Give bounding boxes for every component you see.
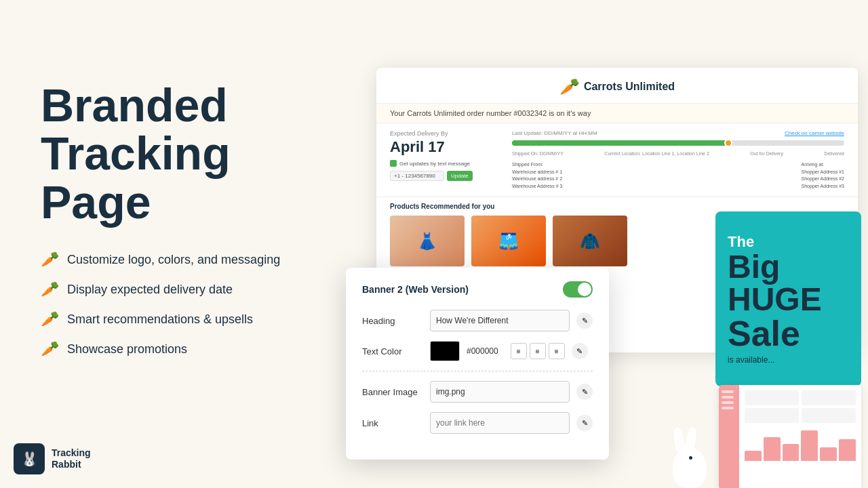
dash-card-4 [802,408,856,423]
progress-label-current: Current Location: Location Line 1, Locat… [604,151,709,156]
carrot-icon-1: 🥕 [41,251,59,268]
address-info: Shipped From: Warehouse address # 1 Ware… [512,161,844,190]
banner-toggle[interactable] [563,281,593,298]
feature-text-2: Display expected delivery date [67,283,233,297]
link-label: Link [362,418,423,428]
dash-card-3 [745,408,799,423]
logo-icon-box: 🐰 [14,443,45,474]
bar-4 [801,430,818,461]
bar-6 [839,439,856,462]
heading-line-2: Tracking Page [41,127,231,227]
ad-huge: HUGE [728,283,849,316]
progress-labels: Shipped On: DD/MM/YY Current Location: L… [512,151,844,156]
warehouse-3: Warehouse Address # 3 [512,183,562,190]
warehouse-2: Warehouse address # 2 [512,176,562,183]
progress-label-out: Out for Delivery [750,151,783,156]
progress-label-delivered: Delivered [824,151,844,156]
feature-list: 🥕 Customize logo, colors, and messaging … [41,251,353,358]
dashboard-mockup [719,385,861,488]
order-message-bar: Your Carrots Unlimited order number #003… [376,104,858,123]
shopper-addr-1: Shopper Address #1 [802,169,844,176]
delivery-right: Last Update: DD/MM/YY at HH:MM Check on … [512,130,844,190]
progress-bar-fill [512,140,728,146]
link-edit-icon[interactable]: ✎ [576,415,593,431]
heading-input[interactable] [430,310,570,331]
dashboard-inner [719,385,861,488]
delivery-date: April 17 [390,138,498,156]
bar-5 [820,447,837,461]
link-input[interactable] [430,412,570,434]
color-swatch[interactable] [430,341,460,361]
ad-big: Big [728,251,849,283]
arriving-at-title: Arriving at: [802,161,844,169]
banner-settings-panel: Banner 2 (Web Version) Heading ✎ Text Co… [346,268,609,460]
last-update-row: Last Update: DD/MM/YY at HH:MM Check on … [512,130,844,136]
products-label: Products Recommended for you [390,203,844,210]
carrot-icon-3: 🥕 [41,310,59,328]
sidebar-dot-2 [722,396,734,399]
sms-label: Get updates by text message [399,161,470,167]
product-thumb-1: 👗 [390,216,465,266]
sidebar-dot-4 [722,407,734,409]
bar-chart [745,427,856,461]
progress-bar [512,140,844,146]
main-heading: Branded Tracking Page [41,81,353,226]
sms-update-row: Get updates by text message [390,160,498,167]
logo-name-line1: Tracking [52,447,91,459]
align-center-btn[interactable]: ≡ [530,343,546,359]
feature-text-4: Showcase promotions [67,342,187,357]
feature-text-1: Customize logo, colors, and messaging [67,253,280,267]
delivery-label: Expected Delivery By [390,130,498,137]
rabbit-decoration [666,420,720,488]
product-thumb-3: 🧥 [553,216,627,266]
feature-item-1: 🥕 Customize logo, colors, and messaging [41,251,353,268]
logo-name-line2: Rabbit [52,459,91,470]
update-button[interactable]: Update [447,171,473,181]
tracking-content: Expected Delivery By April 17 Get update… [376,123,858,197]
bar-2 [764,437,781,461]
order-message-text: Your Carrots Unlimited order number #003… [390,109,591,117]
warehouse-1: Warehouse address # 1 [512,169,562,176]
check-carrier-link[interactable]: Check on carrier website [785,130,844,136]
shopper-addr-3: Shopper Address #3 [802,183,844,190]
text-color-label: Text Color [362,346,423,357]
delivery-left: Expected Delivery By April 17 Get update… [390,130,498,190]
bar-3 [783,444,800,461]
phone-input[interactable]: +1 - 1234567890 [390,171,444,181]
shopper-addr-2: Shopper Address #2 [802,176,844,183]
banner-image-edit-icon[interactable]: ✎ [576,384,593,400]
product-thumb-2: 🩳 [471,216,546,266]
heading-edit-icon[interactable]: ✎ [576,312,593,329]
carrots-logo: 🥕 Carrots Unlimited [559,77,675,96]
dash-card-1 [745,390,799,405]
dashboard-sidebar [719,385,739,488]
dash-row-2 [745,408,856,423]
color-hex-value: #000000 [467,346,498,356]
align-right-btn[interactable]: ≡ [549,343,565,359]
arriving-at: Arriving at: Shopper Address #1 Shopper … [802,161,844,190]
feature-item-3: 🥕 Smart recommendations & upsells [41,310,353,328]
rabbit-body [673,447,707,488]
carrots-logo-text: Carrots Unlimited [584,81,675,93]
progress-dot [724,139,732,147]
carrot-icon-4: 🥕 [41,340,59,358]
color-edit-icon[interactable]: ✎ [572,343,588,359]
feature-text-3: Smart recommendations & upsells [67,312,253,327]
phone-row: +1 - 1234567890 Update [390,171,498,181]
bar-1 [745,451,762,461]
feature-item-2: 🥕 Display expected delivery date [41,281,353,298]
heading-line-1: Branded [41,79,228,131]
progress-label-shipped: Shipped On: DD/MM/YY [512,151,564,156]
tracking-header: 🥕 Carrots Unlimited [376,68,858,104]
align-left-btn[interactable]: ≡ [511,343,527,359]
text-color-row: Text Color #000000 ≡ ≡ ≡ ✎ [362,341,593,361]
dash-card-2 [802,390,856,405]
carrot-icon-2: 🥕 [41,281,59,298]
banner-image-input[interactable] [430,381,570,403]
ad-sub: is available... [728,355,849,365]
logo-text-block: Tracking Rabbit [52,447,91,470]
left-section: Branded Tracking Page 🥕 Customize logo, … [41,81,353,358]
logo-letter: 🐰 [21,451,38,467]
last-update-text: Last Update: DD/MM/YY at HH:MM [512,130,597,136]
rabbit-eye [689,456,692,460]
